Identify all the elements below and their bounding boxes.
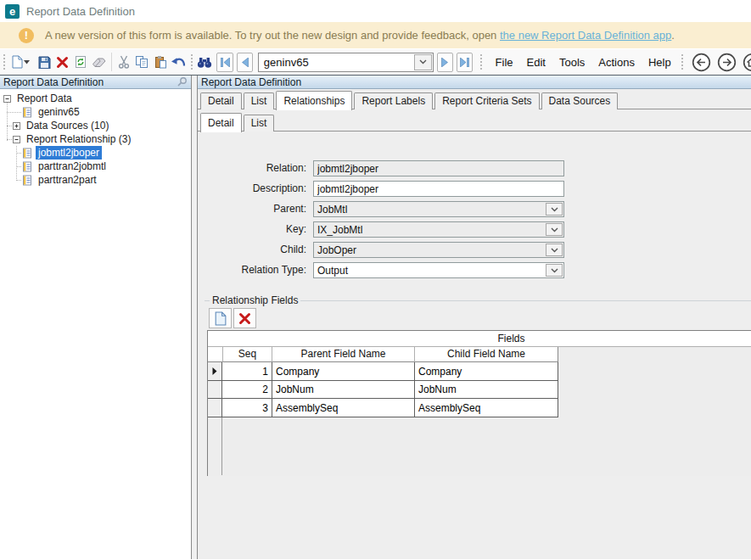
record-selector-combo[interactable] xyxy=(258,53,434,72)
cell-parent-field[interactable]: JobNum xyxy=(272,381,414,399)
grid-row[interactable]: 1 Company Company xyxy=(208,362,751,381)
binoculars-icon xyxy=(197,56,212,69)
menu-edit[interactable]: Edit xyxy=(520,53,552,72)
subtab-list[interactable]: List xyxy=(244,115,275,132)
tree-item-label[interactable]: jobmtl2jboper xyxy=(36,146,102,160)
paste-button[interactable] xyxy=(151,52,169,72)
description-input[interactable] xyxy=(314,182,563,195)
toolbar-grip[interactable] xyxy=(3,53,5,70)
column-header-seq[interactable]: Seq xyxy=(222,347,272,362)
previous-record-button[interactable] xyxy=(237,53,253,72)
add-field-button[interactable] xyxy=(209,308,232,328)
parent-combo[interactable]: JobMtl xyxy=(313,201,564,217)
collapse-expander-icon[interactable] xyxy=(3,95,11,103)
child-dropdown-button[interactable] xyxy=(546,244,563,256)
undo-button[interactable] xyxy=(169,52,187,72)
tree-connector xyxy=(7,112,21,113)
back-button[interactable] xyxy=(692,53,711,72)
delete-button[interactable] xyxy=(53,52,71,72)
refresh-button[interactable] xyxy=(71,52,89,72)
grid-header-row: Seq Parent Field Name Child Field Name xyxy=(208,347,751,362)
row-selector[interactable] xyxy=(208,399,222,417)
tree-item-jobmtl2jboper[interactable]: jobmtl2jboper xyxy=(0,146,191,160)
toolbar-grip[interactable] xyxy=(479,53,482,70)
subtab-detail[interactable]: Detail xyxy=(200,113,242,132)
tree-item-label[interactable]: Report Relationship (3) xyxy=(24,132,133,146)
next-record-button[interactable] xyxy=(437,53,453,72)
parent-field-row: Parent: JobMtl xyxy=(198,201,751,217)
relation-input[interactable] xyxy=(314,162,563,175)
panel-splitter[interactable] xyxy=(192,76,198,559)
expand-expander-icon[interactable] xyxy=(13,122,20,130)
relation-type-dropdown-button[interactable] xyxy=(546,264,563,277)
tree-item-label[interactable]: Report Data xyxy=(14,92,75,105)
cell-child-field[interactable]: AssemblySeq xyxy=(414,399,558,417)
tab-data-sources[interactable]: Data Sources xyxy=(541,92,619,109)
parent-label: Parent: xyxy=(198,201,306,217)
child-combo[interactable]: JobOper xyxy=(313,242,564,258)
cell-child-field[interactable]: JobNum xyxy=(414,381,558,399)
pin-icon[interactable] xyxy=(177,76,188,87)
tab-relationships[interactable]: Relationships xyxy=(276,91,352,110)
relationship-detail-content: Relation: Description: Parent: JobMtl xyxy=(198,132,751,559)
tree-item-label[interactable]: Data Sources (10) xyxy=(24,119,111,132)
menu-tools[interactable]: Tools xyxy=(552,53,591,72)
tree-item-parttran2part[interactable]: parttran2part xyxy=(0,173,191,187)
tab-detail[interactable]: Detail xyxy=(200,92,242,109)
menu-file[interactable]: File xyxy=(489,53,520,72)
grid-row[interactable]: 2 JobNum JobNum xyxy=(208,381,751,399)
clear-button[interactable] xyxy=(89,52,107,72)
description-field[interactable] xyxy=(313,181,564,197)
column-header-child-field-name[interactable]: Child Field Name xyxy=(414,347,558,362)
new-dropdown-button[interactable] xyxy=(21,52,34,72)
relation-field[interactable] xyxy=(313,160,564,176)
chevron-down-icon xyxy=(551,207,558,212)
cell-child-field[interactable]: Company xyxy=(414,362,558,381)
caret-down-icon xyxy=(24,60,30,64)
home-button[interactable] xyxy=(743,53,751,72)
first-record-button[interactable] xyxy=(216,53,233,72)
tree-item-report-data[interactable]: Report Data xyxy=(0,92,191,105)
tree-item-report-relationship[interactable]: Report Relationship (3) xyxy=(0,132,191,146)
tree-item-label[interactable]: parttran2jobmtl xyxy=(36,160,109,173)
cell-seq[interactable]: 1 xyxy=(222,362,272,381)
last-record-button[interactable] xyxy=(457,53,473,72)
cut-button[interactable] xyxy=(115,52,133,72)
new-app-link[interactable]: the new Report Data Definition app xyxy=(500,29,671,42)
toolbar-grip[interactable] xyxy=(681,53,683,70)
key-combo[interactable]: IX_JobMtl xyxy=(313,221,564,238)
cell-parent-field[interactable]: Company xyxy=(272,362,414,381)
cell-seq[interactable]: 2 xyxy=(222,381,272,399)
tree-item-data-sources[interactable]: Data Sources (10) xyxy=(0,119,191,132)
key-dropdown-button[interactable] xyxy=(546,223,563,236)
column-header-parent-field-name[interactable]: Parent Field Name xyxy=(272,347,414,362)
menu-help[interactable]: Help xyxy=(642,53,678,72)
row-selector[interactable] xyxy=(208,381,222,399)
tab-report-labels[interactable]: Report Labels xyxy=(354,92,433,109)
copy-icon xyxy=(135,55,149,69)
tab-list[interactable]: List xyxy=(244,92,275,109)
menu-actions[interactable]: Actions xyxy=(591,53,642,72)
delete-field-button[interactable] xyxy=(233,308,256,328)
tab-report-criteria-sets[interactable]: Report Criteria Sets xyxy=(434,92,539,109)
collapse-expander-icon[interactable] xyxy=(13,136,20,143)
tree-item-geninv65[interactable]: geninv65 xyxy=(0,105,191,119)
cell-seq[interactable]: 3 xyxy=(222,399,272,417)
search-button[interactable] xyxy=(195,52,213,72)
forward-button[interactable] xyxy=(717,53,737,72)
parent-dropdown-button[interactable] xyxy=(546,203,563,216)
save-button[interactable] xyxy=(35,52,53,72)
toolbar-grip[interactable] xyxy=(190,53,193,70)
tree-item-parttran2jobmtl[interactable]: parttran2jobmtl xyxy=(0,160,191,173)
grid-row[interactable]: 3 AssemblySeq AssemblySeq xyxy=(208,399,751,417)
record-selector-dropdown-button[interactable] xyxy=(414,54,432,70)
relation-type-combo[interactable]: Output xyxy=(313,262,564,278)
cell-parent-field[interactable]: AssemblySeq xyxy=(272,399,414,417)
record-selector-input[interactable] xyxy=(259,54,413,70)
current-row-indicator[interactable] xyxy=(208,362,222,381)
tree-connector xyxy=(16,180,21,181)
copy-button[interactable] xyxy=(133,52,151,72)
child-field-row: Child: JobOper xyxy=(198,242,751,258)
tree-item-label[interactable]: geninv65 xyxy=(36,105,82,119)
tree-item-label[interactable]: parttran2part xyxy=(36,173,99,187)
